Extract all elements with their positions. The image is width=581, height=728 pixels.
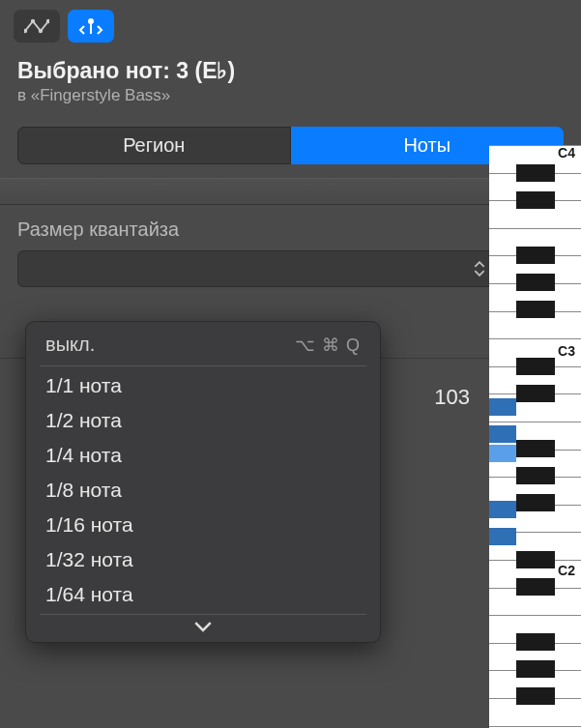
black-key [516, 247, 555, 264]
svg-point-1 [31, 19, 35, 23]
flex-button[interactable] [68, 10, 114, 43]
chevron-down-icon [194, 621, 212, 632]
popup-item[interactable]: 1/2 нота [26, 403, 380, 438]
popup-item[interactable]: 1/1 нота [26, 368, 380, 403]
black-key [516, 440, 555, 457]
popup-separator [40, 365, 366, 366]
automation-button[interactable] [14, 10, 60, 43]
stepper-icon [474, 261, 487, 277]
velocity-value: 103 [434, 385, 470, 410]
note-indicator [489, 501, 516, 518]
flex-icon [78, 16, 103, 36]
octave-label: C2 [558, 563, 575, 578]
black-key [516, 633, 555, 651]
tab-region[interactable]: Регион [17, 127, 291, 164]
black-key [516, 467, 555, 484]
octave-label: C4 [558, 145, 575, 160]
black-key [516, 164, 555, 182]
popup-item[interactable]: 1/4 нота [26, 438, 380, 473]
quantize-select[interactable] [17, 250, 498, 287]
popup-shortcut: ⌥ ⌘ Q [295, 335, 361, 356]
black-key [516, 358, 555, 375]
black-key [516, 687, 555, 705]
quantize-label: Размер квантайза [17, 218, 564, 241]
popup-off-item[interactable]: выкл. [45, 334, 95, 356]
note-indicator [489, 398, 516, 416]
black-key [516, 660, 555, 678]
popup-more[interactable] [26, 617, 380, 638]
black-key [516, 191, 555, 209]
black-key [516, 551, 555, 568]
black-key [516, 301, 555, 318]
popup-separator [40, 614, 366, 615]
black-key [516, 274, 555, 291]
black-key [516, 578, 555, 596]
note-indicator [489, 528, 516, 545]
quantize-popup: выкл. ⌥ ⌘ Q 1/1 нота 1/2 нота 1/4 нота 1… [25, 321, 381, 643]
popup-item[interactable]: 1/64 нота [26, 577, 380, 612]
selection-subtitle: в «Fingerstyle Bass» [17, 86, 564, 105]
automation-icon [24, 16, 49, 36]
black-key [516, 385, 555, 402]
popup-item[interactable]: 1/16 нота [26, 508, 380, 542]
popup-item[interactable]: 1/32 нота [26, 542, 380, 577]
black-key [516, 494, 555, 511]
svg-point-2 [39, 29, 43, 33]
popup-item[interactable]: 1/8 нота [26, 473, 380, 508]
octave-label: C3 [558, 343, 575, 359]
piano-roll[interactable]: C4C3C2 [489, 145, 581, 728]
note-indicator [489, 445, 516, 462]
svg-point-4 [88, 18, 94, 24]
tab-segmented: Регион Ноты [17, 127, 564, 164]
note-indicator [489, 425, 516, 443]
selection-title: Выбрано нот: 3 (E♭) [17, 58, 564, 84]
